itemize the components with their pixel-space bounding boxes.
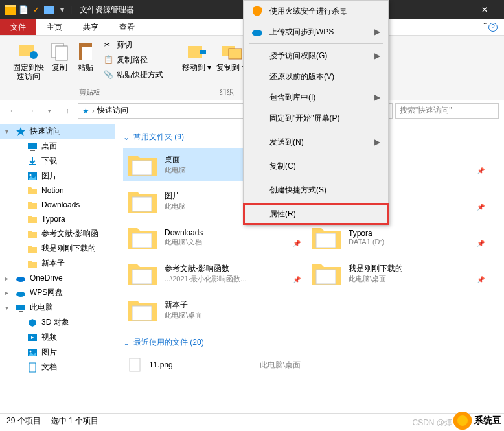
qat-save-icon[interactable]: 📄 <box>18 5 29 15</box>
sidebar-item-我是刚刚下载的[interactable]: 我是刚刚下载的 <box>0 241 115 256</box>
sidebar-item-3D 对象[interactable]: 3D 对象 <box>0 315 115 330</box>
folder-icon <box>311 261 342 286</box>
sidebar-item-Downloads[interactable]: Downloads <box>0 198 115 212</box>
sidebar-item-WPS网盘[interactable]: ▸WPS网盘 <box>0 285 115 300</box>
blank-icon <box>251 112 263 124</box>
menu-item-还原以前的版本(V)[interactable]: 还原以前的版本(V) <box>244 66 388 87</box>
sidebar-item-label: Notion <box>41 186 64 195</box>
pin-quick-access-button[interactable]: 固定到快 速访问 <box>10 38 47 84</box>
selected-count: 选中 1 个项目 <box>51 415 98 426</box>
move-to-button[interactable]: 移动到 ▾ <box>179 38 214 75</box>
sidebar-item-Notion[interactable]: Notion <box>0 183 115 198</box>
svg-rect-38 <box>132 233 152 248</box>
menu-item-label: 创建快捷方式(S) <box>269 185 380 196</box>
back-button[interactable]: ← <box>5 103 21 119</box>
close-button[interactable]: ✕ <box>470 0 499 19</box>
menu-item-固定到"开始"屏幕(P)[interactable]: 固定到"开始"屏幕(P) <box>244 108 388 128</box>
folder-icon <box>127 297 158 323</box>
sidebar-item-图片[interactable]: 图片 <box>0 345 115 360</box>
recent-file-item[interactable]: 11.png 此电脑\桌面 <box>123 353 304 377</box>
expand-icon[interactable]: ▾ <box>5 128 12 135</box>
wps-icon <box>16 288 26 298</box>
menu-item-label: 授予访问权限(G) <box>269 51 368 62</box>
sidebar-item-参考文献-影响函[interactable]: 参考文献-影响函 <box>0 226 115 241</box>
menu-item-上传或同步到WPS[interactable]: 上传或同步到WPS ▶ <box>244 21 388 42</box>
expand-icon[interactable]: ▸ <box>5 275 12 282</box>
folder-item[interactable]: Typora DATA1 (D:) 📌 <box>307 220 488 254</box>
sidebar-item-Typora[interactable]: Typora <box>0 212 115 226</box>
menu-item-包含到库中(I)[interactable]: 包含到库中(I) ▶ <box>244 87 388 108</box>
sidebar-item-桌面[interactable]: 桌面 <box>0 139 115 154</box>
folder-item[interactable]: 我是刚刚下载的 此电脑\桌面 📌 <box>307 257 488 290</box>
forward-button[interactable]: → <box>23 103 39 119</box>
folder-path: 此电脑 <box>165 165 186 175</box>
folder-icon <box>27 244 38 254</box>
recent-dropdown[interactable]: ▾ <box>41 103 57 119</box>
minimize-button[interactable]: — <box>411 0 441 19</box>
menu-item-属性(R)[interactable]: 属性(R) <box>244 204 388 224</box>
blank-icon <box>251 208 263 220</box>
sidebar-item-label: WPS网盘 <box>30 287 63 298</box>
folder-icon <box>311 224 342 250</box>
sidebar-item-此电脑[interactable]: ▾此电脑 <box>0 300 115 315</box>
tab-home[interactable]: 主页 <box>36 19 73 35</box>
folder-item[interactable]: Downloads 此电脑\文档 📌 <box>123 220 304 254</box>
folder-icon <box>127 261 158 286</box>
scissors-icon: ✂ <box>104 40 114 51</box>
ribbon-collapse-button[interactable]: ˆ ? <box>477 19 504 35</box>
paste-button[interactable]: 粘贴 <box>73 38 98 84</box>
menu-item-使用火绒安全进行杀毒[interactable]: 使用火绒安全进行杀毒 <box>244 1 388 21</box>
svg-rect-41 <box>316 270 336 284</box>
tab-view[interactable]: 查看 <box>109 19 145 35</box>
doc-icon <box>27 362 38 373</box>
folder-item[interactable]: 参考文献-影响函数 ...\2021-最小化影响函数... 📌 <box>123 257 304 290</box>
menu-separator <box>249 130 383 130</box>
menu-item-授予访问权限(G)[interactable]: 授予访问权限(G) ▶ <box>244 45 388 66</box>
search-input[interactable]: 搜索"快速访问" <box>395 103 499 119</box>
sidebar-item-label: 文档 <box>41 362 57 373</box>
menu-item-label: 属性(R) <box>269 209 380 220</box>
svg-point-25 <box>16 277 25 282</box>
cut-button[interactable]: ✂剪切 <box>101 38 166 52</box>
sidebar-item-label: 快速访问 <box>30 126 61 137</box>
maximize-button[interactable]: □ <box>441 0 470 19</box>
sidebar-item-文档[interactable]: 文档 <box>0 360 115 375</box>
recent-files-header[interactable]: ⌄ 最近使用的文件 (20) <box>123 337 496 348</box>
sidebar-item-图片[interactable]: 图片 <box>0 169 115 183</box>
sidebar-item-快速访问[interactable]: ▾快速访问 <box>0 124 115 139</box>
qat-folder-icon[interactable] <box>44 5 54 15</box>
folder-item[interactable]: 新本子 此电脑\桌面 <box>123 293 304 327</box>
paste-shortcut-button[interactable]: 📎粘贴快捷方式 <box>101 68 166 82</box>
svg-rect-6 <box>56 46 67 60</box>
copy-path-button[interactable]: 📋复制路径 <box>101 53 166 67</box>
tab-share[interactable]: 共享 <box>73 19 109 35</box>
menu-item-复制(C)[interactable]: 复制(C) <box>244 156 388 176</box>
sidebar-item-视频[interactable]: 视频 <box>0 330 115 345</box>
copy-button[interactable]: 复制 <box>47 38 73 84</box>
sidebar: ▾快速访问桌面下载图片NotionDownloadsTypora参考文献-影响函… <box>0 121 115 413</box>
up-button[interactable]: ↑ <box>60 103 75 119</box>
app-icon <box>5 5 16 15</box>
svg-point-44 <box>252 30 262 36</box>
menu-item-label: 包含到库中(I) <box>269 92 368 103</box>
folder-path: 此电脑 <box>165 202 186 211</box>
folder-icon <box>127 188 158 214</box>
expand-icon[interactable]: ▸ <box>5 289 12 296</box>
sidebar-item-label: 参考文献-影响函 <box>41 228 98 239</box>
onedrive-icon <box>16 273 26 283</box>
sidebar-item-label: 下载 <box>41 156 57 167</box>
menu-item-创建快捷方式(S)[interactable]: 创建快捷方式(S) <box>244 180 388 200</box>
tab-file[interactable]: 文件 <box>0 19 36 35</box>
menu-separator <box>249 154 383 154</box>
sidebar-item-下载[interactable]: 下载 <box>0 154 115 169</box>
menu-item-label: 固定到"开始"屏幕(P) <box>269 113 380 124</box>
qat-dropdown-icon[interactable]: ▾ <box>57 5 67 15</box>
expand-icon[interactable]: ▾ <box>5 304 12 311</box>
sidebar-item-OneDrive[interactable]: ▸OneDrive <box>0 271 115 285</box>
menu-item-发送到(N)[interactable]: 发送到(N) ▶ <box>244 132 388 152</box>
sidebar-item-新本子[interactable]: 新本子 <box>0 256 115 271</box>
folder-icon <box>27 214 38 224</box>
qat-check-icon[interactable]: ✓ <box>31 5 41 15</box>
folder-path: 此电脑\文档 <box>165 237 203 247</box>
blank-icon <box>251 160 263 172</box>
